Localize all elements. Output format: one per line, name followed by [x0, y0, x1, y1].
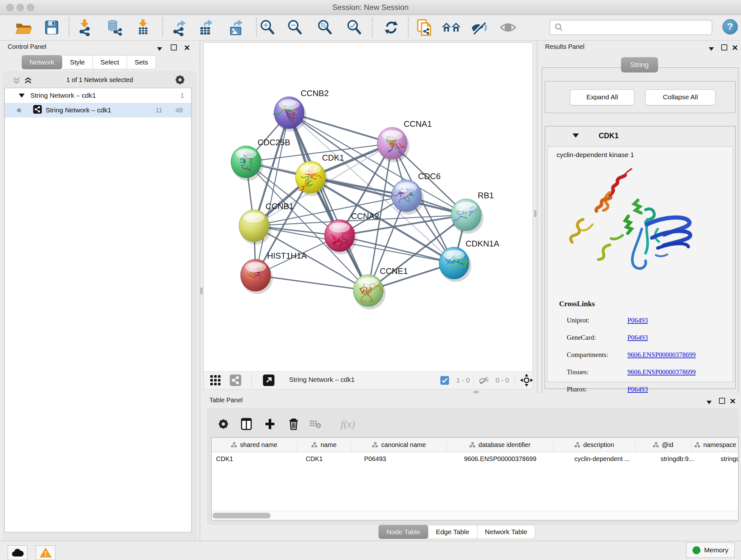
table-cell: cyclin-dependent ... — [570, 455, 656, 462]
tab-node-table[interactable]: Node Table — [379, 525, 428, 539]
open-session-icon[interactable] — [14, 18, 32, 37]
move-crosshair-icon[interactable] — [520, 374, 533, 386]
toolbar-separator — [256, 18, 257, 37]
crosslink-link[interactable]: 9606.ENSP00000378699 — [627, 351, 696, 359]
export-image-icon[interactable] — [227, 18, 246, 37]
table-row[interactable]: CDK1CDK1P064939606.ENSP00000378699cyclin… — [212, 452, 738, 465]
network-node-hist1h1a[interactable]: HIST1H1A — [241, 251, 307, 294]
right-splitter-handle[interactable] — [534, 210, 536, 217]
selected-checkbox-icon[interactable] — [441, 374, 449, 386]
network-node-cdc25b[interactable]: CDC25B — [231, 138, 290, 181]
refresh-icon[interactable] — [382, 18, 401, 37]
toolbar-separator — [162, 18, 163, 37]
copy-network-icon[interactable] — [415, 18, 434, 37]
panel-menu-icon[interactable] — [706, 400, 712, 406]
zoom-in-icon[interactable] — [258, 18, 277, 37]
show-columns-icon[interactable] — [238, 416, 255, 432]
string-network-graph[interactable]: CCNB2CCNA1CDC25BCDK1CDC6RB1CCNB1CCNA2CDK… — [204, 43, 533, 371]
birdseye-grid-icon[interactable] — [210, 374, 221, 386]
zoom-out-icon[interactable] — [286, 18, 304, 37]
tree-expand-caret-icon[interactable] — [19, 94, 24, 98]
node-table: shared namenamecanonical namedatabase id… — [211, 437, 738, 520]
collapse-all-button[interactable]: Collapse All — [645, 89, 716, 105]
search-input[interactable] — [563, 23, 712, 32]
crosslink-link[interactable]: 9606.ENSP00000378699 — [627, 368, 696, 376]
show-all-icon[interactable] — [499, 18, 517, 37]
panel-close-icon[interactable]: ✕ — [184, 44, 190, 52]
network-node-ccna1[interactable]: CCNA1 — [377, 119, 432, 162]
left-splitter-handle[interactable] — [200, 287, 203, 294]
panel-float-icon[interactable] — [719, 398, 725, 405]
import-network-icon[interactable] — [76, 18, 94, 37]
tab-string[interactable]: String — [621, 57, 658, 72]
panel-close-icon[interactable]: ✕ — [730, 397, 736, 406]
network-row-selected[interactable]: String Network – cdk1 11 48 — [5, 103, 191, 118]
node-label: HIST1H1A — [267, 251, 307, 260]
add-column-icon[interactable] — [261, 416, 279, 432]
column-header-shared-name[interactable]: shared name — [212, 438, 297, 452]
panel-close-icon[interactable]: ✕ — [732, 44, 738, 52]
delete-column-icon[interactable] — [285, 416, 302, 432]
search-icon — [554, 23, 563, 32]
network-node-ccne1[interactable]: CCNE1 — [353, 266, 408, 309]
network-node-rb1[interactable]: RB1 — [451, 191, 494, 234]
node-label: CDC25B — [258, 138, 290, 147]
column-header-namespace[interactable]: namespace — [691, 438, 738, 452]
crosslink-row: Compartments:9606.ENSP00000378699 — [567, 351, 696, 359]
network-node-ccnb2[interactable]: CCNB2 — [273, 88, 329, 132]
zoom-fit-icon[interactable] — [316, 18, 334, 37]
gene-section-header[interactable]: CDK1 — [545, 126, 735, 146]
column-header-database-identifier[interactable]: database identifier — [447, 438, 553, 452]
column-header-description[interactable]: description — [553, 438, 635, 452]
tab-network-table[interactable]: Network Table — [477, 525, 536, 539]
network-options-gear-icon[interactable] — [175, 74, 185, 86]
string-view-icon[interactable] — [230, 374, 241, 386]
network-view-canvas[interactable]: CCNB2CCNA1CDC25BCDK1CDC6RB1CCNB1CCNA2CDK… — [203, 43, 533, 372]
table-tabs: Node TableEdge TableNetwork Table — [379, 525, 535, 539]
panel-menu-icon[interactable] — [709, 46, 714, 52]
open-in-window-icon[interactable] — [263, 374, 274, 386]
results-panel-title: Results Panel — [545, 43, 584, 51]
table-options-gear-icon[interactable] — [214, 416, 232, 432]
crosslink-link[interactable]: P06493 — [627, 334, 648, 341]
string-app-icon — [33, 105, 42, 115]
status-bar: Memory — [0, 541, 741, 560]
column-header-canonical-name[interactable]: canonical name — [351, 438, 447, 452]
scrollbar-thumb[interactable] — [212, 513, 271, 518]
column-header-name[interactable]: name — [297, 438, 351, 452]
network-edge[interactable] — [289, 113, 368, 291]
panel-float-icon[interactable] — [171, 44, 177, 52]
gene-section-cdk1: CDK1 cyclin-dependent kinase 1 — [545, 126, 736, 389]
hide-selected-icon[interactable] — [470, 18, 488, 37]
crosslink-link[interactable]: P06493 — [627, 385, 648, 393]
tab-network[interactable]: Network — [22, 55, 62, 69]
crosslink-link[interactable]: P06493 — [627, 316, 648, 324]
panel-menu-icon[interactable] — [157, 46, 162, 52]
node-label: CDK1 — [322, 153, 344, 163]
export-table-icon[interactable] — [197, 18, 215, 37]
warnings-button[interactable] — [36, 545, 56, 560]
panel-float-icon[interactable] — [721, 44, 727, 52]
horizontal-scrollbar[interactable] — [212, 511, 738, 520]
network-node-cdkn1a[interactable]: CDKN1A — [439, 239, 499, 282]
tab-sets[interactable]: Sets — [127, 55, 156, 69]
section-collapse-caret-icon[interactable] — [572, 133, 579, 138]
zoom-selected-icon[interactable] — [345, 18, 363, 37]
export-network-icon[interactable] — [170, 18, 189, 37]
import-network-from-database-icon[interactable] — [106, 18, 124, 37]
network-collection-row[interactable]: String Network – cdk1 1 — [5, 88, 191, 103]
first-neighbors-icon[interactable] — [442, 18, 461, 37]
memory-button[interactable]: Memory — [686, 543, 735, 558]
cloud-status-button[interactable] — [8, 545, 27, 560]
tab-select[interactable]: Select — [93, 55, 127, 69]
help-button[interactable]: ? — [723, 19, 738, 35]
expand-all-button[interactable]: Expand All — [570, 89, 634, 105]
save-session-icon[interactable] — [42, 18, 61, 37]
import-table-icon[interactable] — [134, 18, 152, 37]
tab-style[interactable]: Style — [62, 55, 93, 69]
column-header--id[interactable]: @id — [635, 438, 691, 452]
network-node-cdc6[interactable]: CDC6 — [391, 172, 441, 214]
memory-label: Memory — [704, 546, 729, 554]
network-node-cdk1[interactable]: CDK1 — [295, 153, 344, 196]
tab-edge-table[interactable]: Edge Table — [428, 525, 477, 539]
